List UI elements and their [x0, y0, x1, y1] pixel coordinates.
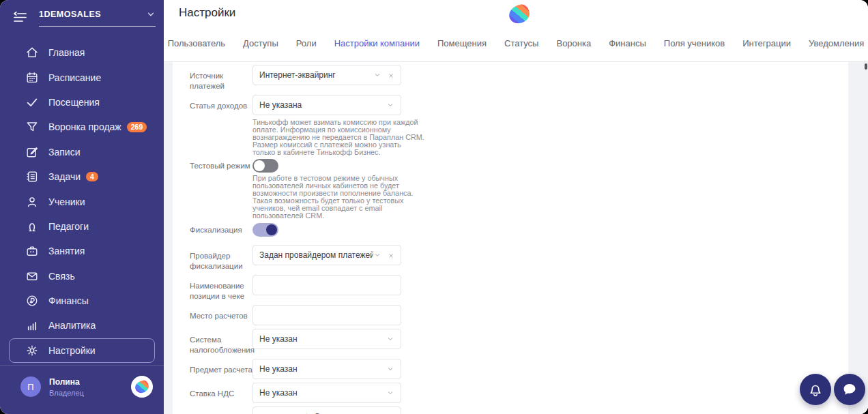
sidebar-item-label: Ученики [48, 196, 85, 207]
tab-access[interactable]: Доступы [243, 38, 278, 48]
scroll-region: Источник платежейИнтернет-эквайрингСтать… [164, 61, 868, 414]
chevron-down-icon[interactable] [386, 389, 394, 397]
tasks-icon [25, 170, 39, 183]
envelope-icon [25, 269, 39, 283]
sidebar-item-communication[interactable]: Связь [9, 264, 155, 289]
scrollbar-thumb[interactable] [865, 63, 867, 70]
notifications-button[interactable] [800, 374, 831, 405]
sidebar-item-label: Связь [48, 271, 75, 282]
sidebar-item-home[interactable]: Главная [9, 40, 155, 65]
toggle-test-mode[interactable] [252, 159, 278, 173]
tab-company-settings[interactable]: Настройки компании [334, 38, 420, 48]
toggle-fiscalization[interactable] [252, 223, 278, 237]
sidebar-item-analytics[interactable]: Аналитика [9, 313, 155, 338]
paraplan-logo-icon [134, 380, 149, 394]
user-info: Полина Владелец [49, 377, 84, 397]
sidebar-item-finances[interactable]: Финансы [9, 289, 155, 313]
chevron-down-icon [146, 10, 156, 19]
form-row-tax-system: Система налогообложенияНе указан [190, 329, 848, 355]
clear-icon[interactable] [388, 72, 394, 78]
settings-form-card: Источник платежейИнтернет-эквайрингСтать… [173, 62, 848, 414]
tab-rooms[interactable]: Помещения [437, 38, 487, 48]
select-tax-system[interactable]: Не указан [252, 329, 401, 349]
edit-icon [25, 145, 39, 159]
field-label-fiscalization: Фискализация [190, 222, 252, 237]
sidebar-item-schedule[interactable]: Расписание [9, 65, 155, 89]
toggle-knob [266, 224, 277, 235]
sidebar-item-lessons[interactable]: Занятия [9, 239, 155, 263]
sidebar: 1DEMOSALES ГлавнаяРасписаниеПосещенияВор… [0, 0, 164, 414]
field-label-test-mode: Тестовый режим [190, 158, 252, 173]
form-row-receipt-position-name: Наименование позиции в чеке [190, 275, 848, 301]
tab-integrations[interactable]: Интеграции [742, 38, 791, 48]
select-payment-source[interactable]: Интернет-эквайринг [252, 65, 401, 85]
select-fiscal-provider[interactable]: Задан провайдером платежей [252, 245, 401, 265]
chevron-down-icon[interactable] [386, 101, 394, 109]
field-value-income-item: Не указана [259, 100, 386, 110]
input-settlement-place[interactable] [252, 305, 401, 325]
sidebar-item-tasks[interactable]: Задачи4 [9, 164, 155, 189]
chat-button[interactable] [834, 374, 865, 405]
toggle-knob [254, 160, 265, 171]
field-value-fiscal-provider: Задан провайдером платежей [259, 250, 373, 260]
sidebar-item-sales-funnel[interactable]: Воронка продаж269 [9, 115, 155, 139]
save-button-label: Сохранить [314, 412, 355, 414]
form-row-payment-source: Источник платежейИнтернет-эквайринг [190, 65, 848, 91]
form-row-fiscal-provider: Провайдер фискализацииЗадан провайдером … [190, 245, 848, 271]
chevron-down-icon[interactable] [386, 335, 394, 343]
field-label-payment-source: Источник платежей [190, 65, 252, 91]
sidebar-item-records[interactable]: Записи [9, 140, 155, 164]
chart-icon [25, 319, 39, 332]
page-title: Настройки [179, 6, 235, 20]
student-icon [25, 195, 39, 209]
input-receipt-position-name[interactable] [252, 275, 401, 295]
teacher-icon [25, 220, 39, 233]
sidebar-item-label: Воронка продаж [48, 121, 121, 132]
check-icon [25, 95, 39, 109]
tab-finances[interactable]: Финансы [609, 38, 646, 48]
app-window: 1DEMOSALES ГлавнаяРасписаниеПосещенияВор… [0, 0, 868, 414]
avatar[interactable]: П [20, 376, 41, 397]
sidebar-item-teachers[interactable]: Педагоги [9, 214, 155, 239]
company-selector[interactable]: 1DEMOSALES [39, 10, 156, 27]
chevron-down-icon[interactable] [373, 71, 381, 79]
field-value-vat-rate: Не указан [259, 388, 386, 398]
clear-icon[interactable] [388, 252, 394, 258]
menu-icon[interactable] [12, 11, 27, 23]
sidebar-item-settings[interactable]: Настройки [9, 338, 155, 363]
gear-icon [25, 344, 39, 357]
calendar-icon [25, 71, 39, 85]
help-text-tinkoff-note: Тинькофф может взимать комиссию при кажд… [252, 119, 426, 156]
home-icon [25, 46, 39, 59]
tab-notifications[interactable]: Уведомления [809, 38, 864, 48]
select-calculation-subject[interactable]: Не указан [252, 359, 401, 379]
sidebar-item-label: Педагоги [48, 221, 89, 232]
tab-roles[interactable]: Роли [296, 38, 317, 48]
sidebar-item-visits[interactable]: Посещения [9, 90, 155, 115]
tab-statuses[interactable]: Статусы [504, 38, 538, 48]
tab-funnel[interactable]: Воронка [556, 38, 591, 48]
field-label-receipt-position-name: Наименование позиции в чеке [190, 275, 252, 301]
badge-count: 4 [86, 172, 98, 182]
sidebar-header: 1DEMOSALES [0, 0, 164, 29]
payments-settings-form: Источник платежейИнтернет-эквайрингСтать… [173, 62, 848, 414]
chevron-down-icon[interactable] [373, 251, 381, 259]
form-row-calculation-subject: Предмет расчетаНе указан [190, 359, 848, 379]
sidebar-item-label: Настройки [48, 345, 96, 356]
field-label-vat-rate: Ставка НДС [190, 383, 252, 403]
sidebar-item-label: Главная [48, 47, 85, 58]
tab-student-fields[interactable]: Поля учеников [664, 38, 725, 48]
badge-count: 269 [127, 122, 147, 132]
tab-user[interactable]: Пользователь [168, 38, 225, 48]
select-income-item[interactable]: Не указана [252, 95, 401, 115]
save-button[interactable]: Сохранить [252, 406, 401, 414]
form-row-income-item: Статья доходовНе указана [190, 95, 848, 115]
sidebar-item-label: Занятия [48, 246, 85, 256]
chevron-down-icon[interactable] [386, 365, 394, 373]
sidebar-item-label: Записи [48, 147, 80, 158]
select-vat-rate[interactable]: Не указан [252, 383, 401, 403]
sidebar-item-students[interactable]: Ученики [9, 189, 155, 213]
field-value-tax-system: Не указан [259, 334, 386, 344]
sidebar-item-label: Посещения [48, 97, 100, 108]
help-text-test-mode-note: При работе в тестовом режиме у обычных п… [252, 175, 426, 220]
